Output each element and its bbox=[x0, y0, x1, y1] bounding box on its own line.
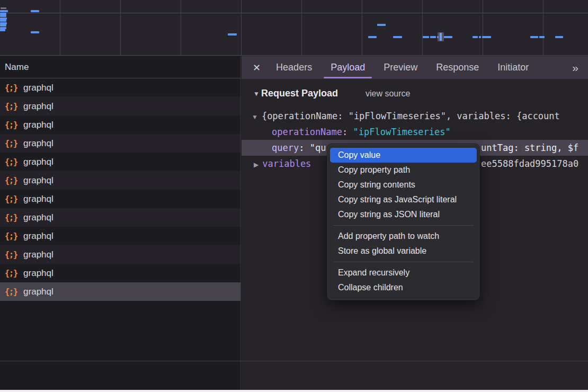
overview-gridline bbox=[483, 0, 483, 55]
request-name-label: graphql bbox=[23, 101, 54, 112]
request-timing-bar bbox=[444, 36, 452, 38]
menu-item-copy-property-path[interactable]: Copy property path bbox=[330, 163, 477, 177]
request-name-label: graphql bbox=[23, 212, 54, 223]
menu-item-copy-string-contents[interactable]: Copy string contents bbox=[330, 177, 477, 192]
collapsed-triangle-icon: ▶ bbox=[254, 161, 259, 168]
property-key: query bbox=[272, 142, 299, 153]
json-request-icon: {;} bbox=[5, 250, 17, 260]
request-timing-bar bbox=[0, 29, 5, 31]
request-name-label: graphql bbox=[23, 175, 54, 186]
request-timing-bar bbox=[530, 36, 538, 38]
devtools-network-panel: Name {;}graphql{;}graphql{;}graphql{;}gr… bbox=[0, 0, 588, 392]
overview-gridline bbox=[362, 0, 362, 55]
request-timing-bar bbox=[482, 36, 491, 38]
selected-request-timing-bar bbox=[440, 33, 442, 41]
request-name-label: graphql bbox=[23, 231, 54, 242]
key-value-separator: : bbox=[342, 127, 353, 137]
request-timing-bar bbox=[0, 20, 6, 22]
overview-gridline bbox=[543, 0, 544, 55]
request-timing-bar bbox=[393, 36, 402, 38]
json-request-icon: {;} bbox=[5, 213, 17, 222]
json-request-icon: {;} bbox=[5, 157, 17, 167]
request-name-label: graphql bbox=[23, 138, 54, 149]
menu-item-store-as-global-variable[interactable]: Store as global variable bbox=[330, 244, 477, 259]
payload-operation-row[interactable]: operationName: "ipFlowTimeseries" bbox=[242, 124, 588, 140]
property-key: variables bbox=[262, 158, 311, 169]
json-request-icon: {;} bbox=[5, 176, 17, 185]
request-timing-bar bbox=[368, 36, 377, 38]
request-row[interactable]: {;}graphql bbox=[0, 245, 240, 264]
overview-gridline bbox=[241, 0, 242, 55]
request-name-label: graphql bbox=[23, 194, 54, 204]
request-rows: {;}graphql{;}graphql{;}graphql{;}graphql… bbox=[0, 78, 240, 301]
json-request-icon: {;} bbox=[5, 231, 17, 241]
request-timing-bar bbox=[1, 7, 6, 9]
request-name-label: graphql bbox=[23, 250, 54, 260]
json-request-icon: {;} bbox=[5, 83, 17, 93]
overview-gridline bbox=[0, 13, 588, 13]
request-timing-bar bbox=[0, 24, 6, 26]
request-timing-bar bbox=[479, 36, 481, 38]
request-timing-bar bbox=[423, 36, 429, 38]
name-column-label: Name bbox=[5, 62, 29, 72]
overview-gridline bbox=[181, 0, 181, 55]
key-value-separator: : bbox=[299, 142, 309, 153]
menu-item-copy-string-as-json-literal[interactable]: Copy string as JSON literal bbox=[330, 207, 477, 222]
request-row[interactable]: {;}graphql bbox=[0, 97, 240, 115]
name-column-header[interactable]: Name bbox=[0, 56, 240, 78]
request-row[interactable]: {;}graphql bbox=[0, 171, 240, 190]
menu-item-collapse-children[interactable]: Collapse children bbox=[330, 280, 477, 295]
request-row[interactable]: {;}graphql bbox=[0, 115, 240, 134]
overview-gridline bbox=[422, 0, 423, 55]
json-request-icon: {;} bbox=[5, 287, 17, 297]
overview-gridline bbox=[301, 0, 302, 55]
menu-item-copy-value[interactable]: Copy value bbox=[330, 148, 477, 163]
json-request-icon: {;} bbox=[5, 120, 17, 130]
property-value-right: untTag: string, $f bbox=[481, 140, 578, 156]
request-name-label: graphql bbox=[23, 287, 54, 297]
request-list-panel: Name {;}graphql{;}graphql{;}graphql{;}gr… bbox=[0, 56, 241, 392]
request-name-label: graphql bbox=[23, 157, 54, 167]
menu-item-copy-string-as-javascript-literal[interactable]: Copy string as JavaScript literal bbox=[330, 192, 477, 207]
json-request-icon: {;} bbox=[5, 269, 17, 278]
overview-gridline bbox=[60, 0, 60, 55]
request-row[interactable]: {;}graphql bbox=[0, 153, 240, 171]
request-timing-bar bbox=[0, 10, 8, 12]
json-request-icon: {;} bbox=[5, 194, 17, 204]
request-row[interactable]: {;}graphql bbox=[0, 190, 240, 208]
request-name-label: graphql bbox=[23, 268, 54, 279]
overview-gridline bbox=[120, 0, 121, 55]
menu-item-expand-recursively[interactable]: Expand recursively bbox=[330, 265, 477, 280]
payload-root-row[interactable]: ▼{operationName: "ipFlowTimeseries", var… bbox=[242, 108, 588, 124]
network-overview-waterfall[interactable] bbox=[0, 0, 588, 56]
context-menu: Copy valueCopy property pathCopy string … bbox=[327, 144, 480, 300]
request-row[interactable]: {;}graphql bbox=[0, 264, 240, 282]
window-bottom-edge bbox=[0, 390, 588, 392]
request-row[interactable]: {;}graphql bbox=[0, 78, 240, 97]
menu-item-add-property-path-to-watch[interactable]: Add property path to watch bbox=[330, 229, 477, 244]
bottom-divider bbox=[0, 361, 588, 361]
payload-root-preview: {operationName: "ipFlowTimeseries", vari… bbox=[262, 111, 560, 121]
property-value-left: "qu bbox=[310, 142, 326, 153]
expanded-triangle-icon: ▼ bbox=[252, 113, 258, 121]
request-name-label: graphql bbox=[23, 120, 54, 130]
request-row[interactable]: {;}graphql bbox=[0, 282, 240, 301]
json-request-icon: {;} bbox=[5, 139, 17, 148]
request-row[interactable]: {;}graphql bbox=[0, 208, 240, 227]
json-request-icon: {;} bbox=[5, 102, 17, 111]
request-timing-bar bbox=[31, 10, 39, 12]
property-value-right: ee5588fdad995178a0 bbox=[481, 156, 578, 172]
request-timing-bar bbox=[437, 36, 439, 38]
request-timing-bar bbox=[228, 33, 237, 35]
request-name-label: graphql bbox=[23, 83, 54, 93]
request-row[interactable]: {;}graphql bbox=[0, 134, 240, 153]
property-key: operationName bbox=[272, 127, 342, 137]
request-row[interactable]: {;}graphql bbox=[0, 227, 240, 245]
menu-separator bbox=[333, 262, 474, 262]
menu-separator bbox=[333, 225, 474, 226]
request-timing-bar bbox=[430, 36, 436, 38]
request-timing-bar bbox=[555, 36, 563, 38]
request-timing-bar bbox=[377, 24, 386, 26]
request-timing-bar bbox=[473, 36, 478, 38]
request-timing-bar bbox=[0, 15, 6, 17]
